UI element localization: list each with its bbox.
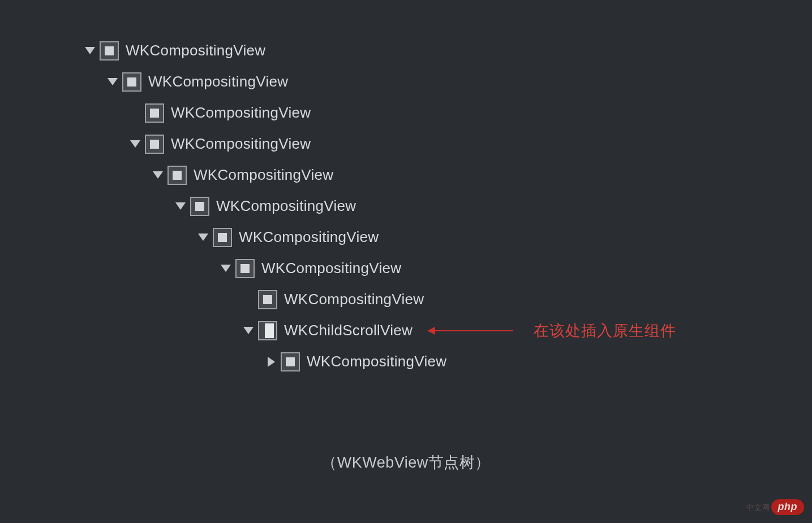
annotation-text: 在该处插入原生组件 [534, 321, 676, 341]
disclosure-triangle-down-icon[interactable] [84, 45, 96, 57]
indent-spacer [242, 361, 265, 362]
tree-node-label: WKCompositingView [148, 73, 288, 90]
tree-row[interactable]: WKCompositingView [84, 191, 676, 222]
indent-spacer [106, 206, 129, 206]
disclosure-triangle-down-icon[interactable] [197, 231, 209, 244]
indent-spacer [174, 361, 197, 362]
indent-spacer [129, 237, 152, 237]
indent-spacer [129, 299, 152, 300]
tree-node-label: WKCompositingView [171, 104, 311, 122]
indent-spacer [84, 237, 106, 237]
tree-node-label: WKCompositingView [194, 166, 333, 184]
watermark-badge: php [771, 499, 805, 515]
indent-spacer [106, 330, 129, 331]
indent-spacer [197, 299, 220, 300]
tree-node-label: WKCompositingView [239, 228, 379, 246]
tree-row[interactable]: WKChildScrollView在该处插入原生组件 [84, 315, 676, 346]
disclosure-triangle-down-icon[interactable] [106, 76, 119, 88]
indent-spacer [197, 361, 220, 362]
disclosure-triangle-down-icon[interactable] [174, 200, 187, 213]
indent-spacer [220, 299, 242, 300]
tree-row[interactable]: WKCompositingView [84, 253, 676, 284]
tree-node-label: WKCompositingView [261, 260, 401, 277]
indent-spacer [129, 175, 152, 175]
layer-thumbnail-icon [213, 228, 232, 247]
caption-text: （WKWebView节点树） [0, 452, 812, 473]
watermark-subtext: 中文网 [746, 503, 770, 513]
indent-spacer [174, 237, 197, 237]
view-hierarchy-tree: WKCompositingViewWKCompositingViewWKComp… [84, 35, 676, 377]
disclosure-triangle-down-icon[interactable] [242, 325, 255, 337]
indent-spacer [106, 237, 129, 237]
layer-thumbnail-icon [122, 72, 141, 92]
indent-spacer [152, 268, 174, 269]
tree-node-label: WKCompositingView [216, 197, 356, 215]
tree-row[interactable]: WKCompositingView [84, 284, 676, 315]
indent-spacer [84, 175, 106, 175]
indent-spacer [152, 299, 174, 300]
layer-thumbnail-icon [167, 166, 187, 185]
indent-spacer [152, 237, 174, 237]
indent-spacer [220, 361, 242, 362]
layer-thumbnail-icon [281, 352, 300, 371]
indent-spacer [129, 361, 152, 362]
indent-spacer [129, 268, 152, 269]
tree-row[interactable]: WKCompositingView [84, 35, 676, 66]
tree-node-label: WKChildScrollView [284, 322, 413, 339]
indent-spacer [106, 144, 129, 144]
indent-spacer [84, 144, 106, 144]
indent-spacer [152, 206, 174, 206]
indent-spacer [129, 330, 152, 331]
indent-spacer [152, 361, 174, 362]
indent-spacer [197, 330, 220, 331]
indent-spacer [106, 361, 129, 362]
indent-spacer [174, 330, 197, 331]
disclosure-triangle-down-icon[interactable] [129, 138, 141, 150]
layer-thumbnail-icon [145, 135, 164, 154]
tree-node-label: WKCompositingView [307, 353, 446, 370]
tree-node-label: WKCompositingView [284, 291, 424, 308]
indent-spacer [129, 206, 152, 206]
tree-row[interactable]: WKCompositingView [84, 222, 676, 253]
tree-row[interactable]: WKCompositingView [84, 346, 676, 377]
tree-row[interactable]: WKCompositingView [84, 159, 676, 191]
layer-thumbnail-icon [258, 321, 277, 340]
indent-spacer [220, 330, 242, 331]
layer-thumbnail-icon [258, 290, 277, 309]
tree-node-label: WKCompositingView [126, 42, 265, 59]
indent-spacer [84, 206, 106, 206]
indent-spacer [106, 113, 129, 113]
disclosure-triangle-down-icon[interactable] [152, 169, 164, 181]
disclosure-triangle-right-icon[interactable] [265, 356, 277, 368]
tree-row[interactable]: WKCompositingView [84, 97, 676, 128]
indent-spacer [106, 175, 129, 175]
indent-spacer [84, 299, 106, 300]
indent-spacer [84, 81, 106, 82]
indent-spacer [106, 268, 129, 269]
tree-row[interactable]: WKCompositingView [84, 66, 676, 97]
layer-thumbnail-icon [190, 197, 209, 216]
tree-row[interactable]: WKCompositingView [84, 128, 676, 159]
indent-spacer [106, 299, 129, 300]
indent-spacer [174, 268, 197, 269]
disclosure-none [129, 107, 141, 119]
layer-thumbnail-icon [100, 41, 119, 60]
annotation-callout: 在该处插入原生组件 [428, 321, 676, 341]
indent-spacer [174, 299, 197, 300]
indent-spacer [152, 330, 174, 331]
layer-thumbnail-icon [235, 259, 255, 278]
indent-spacer [84, 361, 106, 362]
disclosure-none [242, 293, 255, 306]
indent-spacer [84, 268, 106, 269]
indent-spacer [84, 113, 106, 113]
indent-spacer [84, 330, 106, 331]
disclosure-triangle-down-icon[interactable] [220, 262, 232, 275]
indent-spacer [197, 268, 220, 269]
layer-thumbnail-icon [145, 103, 164, 123]
tree-node-label: WKCompositingView [171, 135, 311, 153]
arrow-left-icon [428, 330, 513, 331]
